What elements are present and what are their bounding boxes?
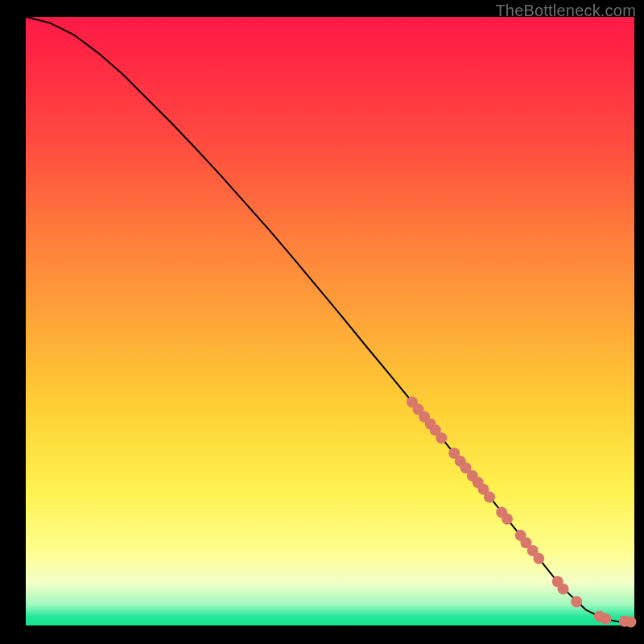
marker-point xyxy=(600,613,611,625)
marker-point xyxy=(533,553,544,564)
chart-svg xyxy=(26,17,634,625)
marker-point xyxy=(625,616,636,627)
marker-point xyxy=(558,584,569,595)
chart-stage: TheBottleneck.com xyxy=(0,0,644,644)
bottleneck-curve xyxy=(26,17,634,622)
marker-point xyxy=(436,432,447,444)
marker-point xyxy=(502,514,513,525)
marker-point xyxy=(484,491,495,502)
watermark-label: TheBottleneck.com xyxy=(495,2,636,20)
marker-point xyxy=(571,597,582,608)
marker-series xyxy=(407,397,636,628)
